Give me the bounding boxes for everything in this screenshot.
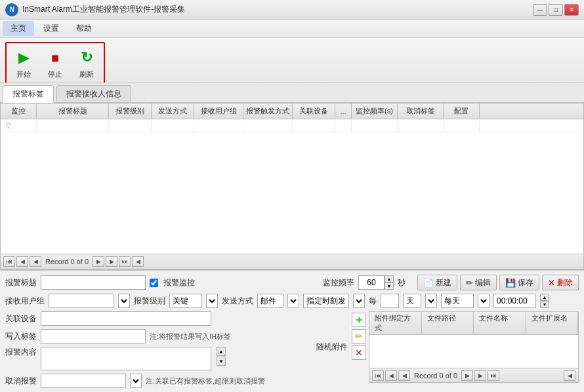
select-every-day[interactable]: ▾ — [478, 294, 490, 308]
new-button[interactable]: 📄 新建 — [417, 275, 457, 290]
attach-buttons: ＋ ✏ ✕ — [352, 311, 366, 383]
title-bar-left: N InSmart Alarm工业智能报警管理软件-报警采集 — [5, 3, 185, 16]
note-write-tag: 注:将报警结果写入IH标签 — [150, 332, 231, 342]
attach-section: 随机附件 ＋ ✏ ✕ 附件绑定方式 文件路径 文件名称 文 — [316, 311, 579, 383]
minimize-button[interactable]: — — [533, 4, 547, 16]
page-next-next[interactable]: ▶ — [106, 256, 117, 267]
form-row-random-attach: 随机附件 ＋ ✏ ✕ 附件绑定方式 文件路径 文件名称 文 — [316, 311, 579, 383]
menu-home[interactable]: 主页 — [3, 21, 34, 36]
input-every-unit[interactable] — [403, 294, 421, 308]
close-button[interactable]: ✕ — [564, 4, 579, 16]
time-down[interactable]: ▼ — [540, 301, 549, 308]
form-left: 报警标题 报警监控 监控频率 ▲ ▼ 秒 — [5, 275, 406, 290]
select-every-unit[interactable]: ▾ — [425, 294, 437, 308]
attach-page-next[interactable]: ▶ — [461, 370, 473, 381]
attach-page-prev2[interactable]: ◀ — [385, 370, 397, 381]
spinbox-arrows: ▲ ▼ — [385, 275, 394, 290]
col-monitor: 监控 — [1, 104, 37, 119]
content-scroll-down[interactable]: ▼ — [217, 357, 226, 366]
input-recv-group[interactable] — [49, 294, 114, 308]
input-every-day[interactable] — [441, 294, 474, 308]
col-level: 报警级别 — [109, 104, 152, 119]
input-device[interactable] — [41, 311, 211, 326]
col-freq: 监控频率(s) — [352, 104, 398, 119]
select-alarm-level[interactable]: ▾ — [206, 294, 218, 308]
attach-col-method: 附件绑定方式 — [369, 312, 422, 334]
label-alarm-content: 报警内容 — [5, 347, 37, 358]
time-up[interactable]: ▲ — [540, 294, 549, 301]
filter-send — [152, 119, 194, 132]
table-pagination: ⏮ ◀ ◀ Record 0 of 0 ▶ ▶ ⏭ ◀ — [1, 254, 583, 269]
col-send: 发送方式 — [152, 104, 194, 119]
select-cancel-alarm[interactable]: ▾ — [130, 374, 142, 388]
page-prev[interactable]: ◀ — [30, 256, 41, 267]
label-write-tag: 写入标签 — [5, 331, 37, 342]
input-alarm-level[interactable] — [169, 294, 202, 308]
time-arrows: ▲ ▼ — [540, 294, 549, 308]
content-scroll-up[interactable]: ▲ — [217, 347, 226, 356]
maximize-button[interactable]: □ — [549, 4, 563, 16]
spinbox-freq: ▲ ▼ — [358, 275, 394, 290]
label-device: 关联设备 — [5, 313, 37, 324]
form-row-alarm-content: 报警内容 ▲ ▼ — [5, 347, 312, 370]
freq-down[interactable]: ▼ — [385, 283, 394, 290]
textarea-alarm-content[interactable] — [41, 347, 211, 370]
page-next[interactable]: ▶ — [93, 256, 104, 267]
form-area: 报警标题 报警监控 监控频率 ▲ ▼ 秒 — [0, 270, 584, 392]
form-row-3: 关联设备 写入标签 注:将报警结果写入IH标签 报警内容 ▲ ▼ — [5, 311, 579, 388]
page-prev-prev[interactable]: ◀ — [16, 256, 28, 267]
stop-icon: ■ — [45, 47, 66, 68]
col-more: ... — [335, 104, 352, 119]
label-alarm-title: 报警标题 — [5, 277, 37, 288]
filter-level — [109, 119, 152, 132]
start-button[interactable]: ▶ 开始 — [9, 46, 38, 81]
page-extra[interactable]: ◀ — [132, 256, 144, 267]
input-every[interactable] — [381, 294, 399, 308]
attach-page-next2[interactable]: ▶ — [474, 370, 486, 381]
refresh-icon: ↻ — [76, 47, 97, 68]
page-last[interactable]: ⏭ — [119, 256, 131, 267]
alarm-table: 监控 报警标题 报警级别 发送方式 接收用户组 报警触发方式 关联设备 ... … — [0, 103, 584, 270]
input-alarm-title[interactable] — [41, 275, 146, 290]
del-attach-button[interactable]: ✕ — [352, 345, 366, 360]
input-time-value[interactable] — [493, 294, 536, 308]
tab-alarm-tag[interactable]: 报警标签 — [3, 85, 54, 103]
table-body: ▽ — [1, 119, 583, 254]
tab-receiver-info[interactable]: 报警接收人信息 — [56, 85, 131, 102]
attach-page-prev[interactable]: ◀ — [398, 370, 410, 381]
toolbar: ▶ 开始 ■ 停止 ↻ 刷新 运行 — [0, 38, 584, 83]
input-send-method[interactable] — [257, 294, 283, 308]
filter-trigger — [243, 119, 293, 132]
attach-page-first[interactable]: ⏮ — [372, 370, 384, 381]
delete-icon: ✕ — [548, 278, 555, 288]
menu-help[interactable]: 帮助 — [68, 21, 100, 36]
select-send-time[interactable]: ▾ — [353, 294, 365, 308]
stop-label: 停止 — [48, 69, 62, 79]
label-sec: 秒 — [398, 277, 406, 288]
refresh-button[interactable]: ↻ 刷新 — [72, 46, 101, 81]
menu-settings[interactable]: 设置 — [35, 21, 67, 36]
add-attach-button[interactable]: ＋ — [352, 313, 366, 327]
input-freq[interactable] — [358, 275, 385, 290]
label-alarm-level: 报警级别 — [134, 296, 165, 307]
input-cancel-alarm[interactable] — [41, 374, 126, 388]
attach-page-last[interactable]: ⏭ — [488, 370, 499, 381]
input-send-time[interactable] — [303, 294, 349, 308]
input-write-tag[interactable] — [41, 329, 146, 343]
attach-page-extra[interactable]: ◀ — [564, 370, 575, 381]
freq-up[interactable]: ▲ — [385, 275, 394, 283]
delete-button[interactable]: ✕ 删除 — [542, 275, 579, 290]
save-button[interactable]: 💾 保存 — [499, 275, 539, 290]
select-recv-group[interactable]: ▾ — [118, 294, 130, 308]
attach-table-header: 附件绑定方式 文件路径 文件名称 文件扩展名 — [369, 312, 578, 335]
menu-bar: 主页 设置 帮助 — [0, 20, 584, 38]
edit-button[interactable]: ✏ 编辑 — [460, 275, 497, 290]
page-first[interactable]: ⏮ — [3, 256, 15, 267]
stop-button[interactable]: ■ 停止 — [41, 46, 70, 81]
select-send-method[interactable]: ▾ — [287, 294, 299, 308]
edit-attach-button[interactable]: ✏ — [352, 329, 366, 343]
checkbox-alarm-monitor[interactable] — [150, 279, 158, 287]
form-row3-left: 关联设备 写入标签 注:将报警结果写入IH标签 报警内容 ▲ ▼ — [5, 311, 312, 388]
attach-col-name: 文件名称 — [474, 312, 526, 334]
filter-title — [37, 119, 109, 132]
